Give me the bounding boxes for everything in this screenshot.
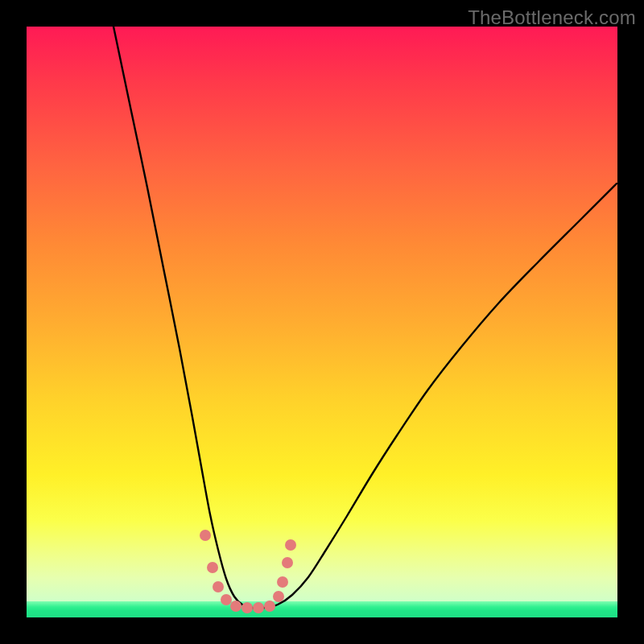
- bottom-dot: [207, 562, 218, 573]
- bottom-dot: [221, 594, 232, 605]
- chart-frame: [27, 27, 617, 617]
- bottom-dot: [273, 591, 284, 602]
- bottom-dot: [230, 601, 242, 612]
- bottom-dots-group: [200, 530, 296, 613]
- bottom-dot: [213, 581, 224, 592]
- bottom-dot: [282, 557, 293, 568]
- watermark-text: TheBottleneck.com: [468, 6, 636, 29]
- bottom-dot: [200, 530, 211, 541]
- bottom-dot: [253, 602, 264, 613]
- bottom-dot: [242, 602, 253, 613]
- curve-layer: [27, 27, 617, 617]
- bottleneck-curve: [114, 27, 617, 609]
- bottom-dot: [264, 601, 275, 612]
- bottom-dot: [285, 539, 296, 551]
- bottom-dot: [277, 576, 288, 588]
